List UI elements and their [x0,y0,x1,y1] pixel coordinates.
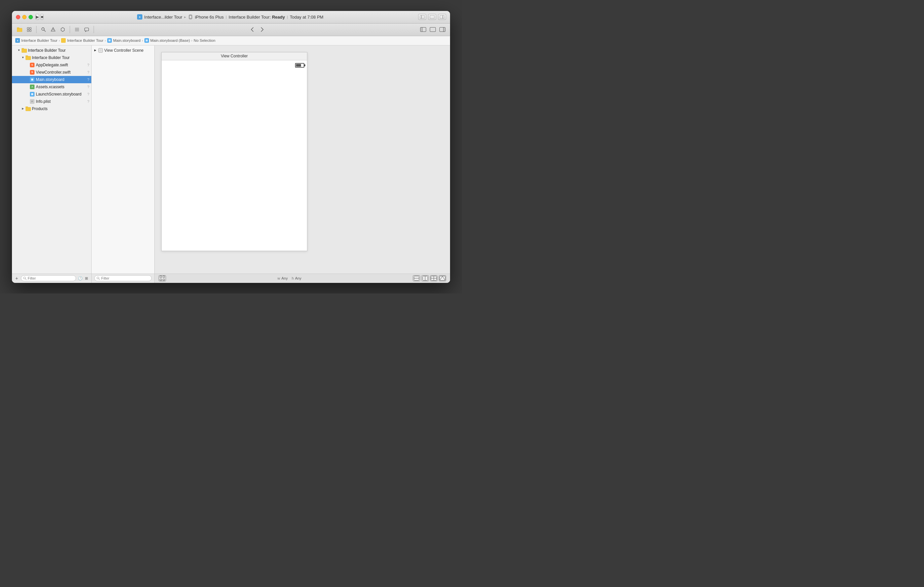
warning-btn[interactable] [49,26,58,33]
launchscreen-question: ? [87,92,89,96]
size-h-any: Any [295,276,301,280]
sidebar-item-products-label: Products [32,107,89,111]
sidebar-item-storyboard-label: Main.storyboard [36,77,86,82]
vc-titlebar: View Controller [162,53,307,60]
plist-question: ? [87,99,89,104]
toolbar-group-nav [15,26,36,33]
status-prefix: Interface Builder Tour: [229,15,272,20]
sidebar-item-viewcontroller[interactable]: ▶ S ViewController.swift ? [12,69,91,76]
svg-rect-40 [21,49,27,53]
run-button[interactable]: ▶ [36,14,39,20]
panel-left-toggle-icon [420,27,426,32]
status-ready: Ready [272,15,285,20]
toolbar-group-search [39,26,70,33]
pipe-sep: | [226,15,227,19]
forward-btn[interactable] [258,26,267,33]
breadcrumb-sep-3: › [142,39,143,43]
layout-btn-1[interactable] [413,275,420,281]
svg-rect-27 [421,28,422,31]
sidebar-item-root[interactable]: ▼ Interface Builder Tour [12,47,91,54]
search-btn[interactable] [39,26,48,33]
xcassets-icon: A [30,84,35,90]
svg-rect-31 [444,28,446,31]
panel-btn-2[interactable] [428,14,436,20]
svg-marker-20 [61,28,64,31]
maximize-button[interactable] [28,15,33,19]
svg-rect-59 [163,279,165,281]
folder-btn[interactable] [15,26,24,33]
disclosure-products[interactable]: ▶ [21,107,25,110]
plist-file-icon: P [30,99,35,104]
disclosure-vc-scene[interactable]: ▶ [94,49,97,52]
sidebar-item-appdelegate[interactable]: ▶ S AppDelegate.swift ? [12,61,91,69]
clock-btn[interactable]: 🕐 [78,276,82,281]
canvas-footer: wAny hAny [155,274,450,283]
fit-btn[interactable] [158,275,166,281]
disclosure-root[interactable]: ▼ [17,49,21,52]
svg-rect-13 [30,28,31,29]
disclosure-group[interactable]: ▼ [21,56,25,59]
breadcrumb-sep-4: › [191,39,192,43]
panel-toggle-both[interactable] [429,26,437,33]
layout-btn-2[interactable] [421,275,429,281]
svg-text:X: X [17,39,18,42]
stop-button[interactable]: ■ [41,14,43,20]
sidebar-item-appdelegate-label: AppDelegate.swift [36,62,86,67]
sidebar-item-launchscreen[interactable]: ▶ LaunchScreen.storyboard ? [12,90,91,98]
canvas-area: View Controller wAny [155,46,450,283]
minimize-button[interactable] [22,15,26,19]
svg-rect-41 [21,48,24,49]
svg-rect-10 [17,28,22,32]
close-button[interactable] [16,15,20,19]
sidebar-item-launchscreen-label: LaunchScreen.storyboard [36,92,86,97]
sidebar-item-products[interactable]: ▶ Products [12,105,91,112]
sidebar-item-mainstoryboard[interactable]: ▶ Main.storyboard ? [12,76,91,83]
breadcrumb-item-4[interactable]: Main.storyboard (Base) [144,38,190,43]
grid-icon [27,27,31,32]
panel-toggle-right[interactable] [438,26,447,33]
lines-btn[interactable] [73,26,81,33]
fit-icon [160,276,165,281]
layout-btn-4[interactable] [439,275,446,281]
panel-btn-3[interactable] [438,14,446,20]
svg-rect-43 [26,55,28,56]
sidebar-filter-input[interactable] [28,276,74,280]
storyboard-icon-breadcrumb [107,38,112,43]
sidebar-item-assets-label: Assets.xcassets [36,85,86,89]
hexagon-btn[interactable] [58,26,67,33]
outline-footer [92,274,154,283]
back-btn[interactable] [248,26,257,33]
swift-vc-icon: S [30,70,35,75]
layout-btn-3[interactable] [430,275,437,281]
bubble-btn[interactable] [82,26,91,33]
outline-item-vc-scene[interactable]: ▶ View Controller Scene [92,47,154,54]
svg-rect-34 [61,39,65,42]
svg-rect-7 [430,15,434,18]
status-time: Today at 7:08 PM [290,15,323,20]
panel-both-toggle-icon [430,27,436,32]
canvas-content[interactable]: View Controller [155,46,450,274]
add-file-button[interactable]: + [15,276,19,281]
battery-icon [295,63,304,67]
forward-icon [261,27,264,32]
panel-btn-1[interactable] [418,14,426,20]
panel-toggle-left[interactable] [419,26,427,33]
breadcrumb-item-5: No Selection [194,38,215,43]
size-class-icon-1 [414,276,419,281]
scene-icon [98,48,103,53]
sidebar-item-assets[interactable]: ▶ A Assets.xcassets ? [12,83,91,90]
sidebar-item-group[interactable]: ▼ Interface Builder Tour [12,54,91,61]
breadcrumb-label-1: Interface Builder Tour [21,38,58,43]
grid-btn[interactable] [25,26,33,33]
breadcrumb-item-1[interactable]: X Interface Builder Tour [15,38,58,43]
sidebar-item-infoplist[interactable]: ▶ P Info.plist ? [12,98,91,105]
outline-filter-input[interactable] [101,276,149,280]
breadcrumb-item-2[interactable]: Interface Builder Tour [61,38,103,43]
breadcrumb-sep-2: › [105,39,106,43]
options-btn[interactable]: ⊞ [85,276,89,281]
assets-question: ? [87,85,89,89]
size-w-label: w [277,276,280,280]
breadcrumb-item-3[interactable]: Main.storyboard [107,38,140,43]
storyboard-icon-breadcrumb2 [144,38,149,43]
svg-rect-4 [190,16,191,16]
